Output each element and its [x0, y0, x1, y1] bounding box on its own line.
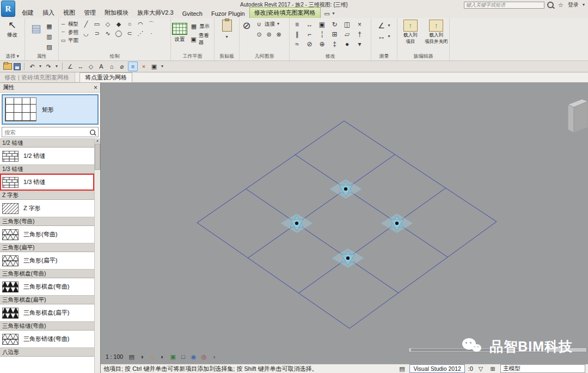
circumscribed-polygon-icon[interactable]: ◆	[113, 20, 124, 29]
tab-视图[interactable]: 视图	[59, 8, 79, 18]
redo-menu-icon[interactable]: ▾	[54, 62, 59, 71]
sign-in-button[interactable]: 登录	[568, 1, 579, 9]
tab-Gvitech[interactable]: Gvitech	[178, 9, 207, 18]
family-category-icon[interactable]: ▥	[45, 32, 54, 41]
dimension-button[interactable]: ↔ ▾	[377, 32, 391, 41]
join-button[interactable]: ∪ 连接 ▾	[255, 20, 283, 28]
trim-extend-icon[interactable]: ⌐	[303, 29, 316, 39]
mirror-icon[interactable]: ◫	[341, 20, 353, 29]
scale-button[interactable]: 1 : 100	[104, 353, 125, 360]
text-icon[interactable]: A	[97, 62, 106, 71]
select-grid-icon[interactable]: ⊞	[488, 364, 497, 373]
spline-icon[interactable]: ∿	[102, 29, 113, 38]
type-item[interactable]: 三角形(弯曲)	[0, 226, 94, 243]
inscribed-polygon-icon[interactable]: ◇	[102, 20, 113, 29]
save-icon[interactable]	[14, 63, 21, 70]
show-crop-region-icon[interactable]: □	[179, 353, 187, 361]
aligned-dimension-icon[interactable]: ↔	[76, 62, 85, 71]
move-icon[interactable]: ↔	[303, 20, 316, 29]
show-workplane-button[interactable]: ▦ 显示	[189, 22, 213, 30]
delete-icon[interactable]: ×	[353, 20, 366, 29]
tab-创建[interactable]: 创建	[17, 8, 38, 18]
open-icon[interactable]	[3, 63, 12, 70]
type-item[interactable]: Z 字形	[0, 200, 94, 217]
tab-Fuzor Plugin[interactable]: Fuzor Plugin	[207, 9, 249, 18]
viewcube[interactable]	[568, 99, 588, 133]
rectangle-icon[interactable]: ▭	[91, 20, 102, 29]
default-3d-view-icon[interactable]: ⌂	[107, 62, 116, 71]
point-element-icon[interactable]: ·	[146, 29, 157, 38]
family-types-icon[interactable]: ▦	[45, 22, 54, 30]
type-group-header[interactable]: 三角形(弯曲)	[0, 217, 94, 226]
type-item[interactable]: 1/2 错缝	[0, 148, 94, 164]
ribbon-state-caret-icon[interactable]: ▾	[332, 9, 336, 18]
close-hidden-windows-icon[interactable]: ×	[139, 62, 148, 71]
redo-icon[interactable]: ↷	[44, 62, 53, 71]
properties-button[interactable]: ▤	[30, 22, 43, 35]
join-geometry-icon[interactable]: ⊕	[316, 39, 328, 49]
drawing-area[interactable]: 1 : 100 ▤◑☼◐▣□◉◎‹ 品智BIM科技	[101, 83, 588, 364]
taskbar-window-button[interactable]: Visual Studio 2012	[409, 364, 464, 373]
load-into-project-button[interactable]: ↑ 载入到 项目	[399, 20, 422, 45]
type-item[interactable]: 三角形错缝(弯曲)	[0, 331, 94, 347]
tag-icon[interactable]: ◇	[87, 62, 95, 71]
panel-select-label[interactable]: 选择 ▾	[0, 53, 24, 60]
search-icon[interactable]	[547, 2, 554, 8]
type-group-header[interactable]: 三角形错缝(弯曲)	[0, 321, 94, 331]
type-item[interactable]: 1/3 错缝	[0, 174, 94, 191]
help-search-input[interactable]	[464, 2, 544, 9]
tangent-end-arc-icon[interactable]: ◡	[81, 29, 91, 38]
demolish-icon[interactable]: ⊚	[265, 30, 273, 39]
section-icon[interactable]: ⌀	[118, 62, 126, 71]
adaptive-point-node[interactable]	[329, 179, 362, 199]
draw-option-reference[interactable]: ┄ 参照	[60, 29, 78, 36]
type-group-header[interactable]: 三角形棋盘(扁平)	[0, 295, 94, 304]
favorites-star-icon[interactable]: ☆	[556, 1, 565, 9]
measure-button[interactable]: ∠ ▾	[377, 21, 391, 30]
tab-插入[interactable]: 插入	[38, 8, 59, 18]
type-search-input[interactable]	[2, 129, 89, 136]
design-option-select[interactable]: 主模型	[500, 364, 585, 373]
draw-option-plane[interactable]: ▭ 平面	[60, 37, 78, 44]
cope-icon[interactable]: ⊗	[274, 30, 283, 39]
type-selector[interactable]: 矩形	[2, 94, 99, 125]
center-ends-arc-icon[interactable]: ⌒	[146, 20, 157, 29]
line-icon[interactable]: ╱	[81, 20, 91, 29]
reveal-hidden-elements-icon[interactable]: ◎	[200, 353, 208, 361]
viewer-button[interactable]: ▣ 查看器	[189, 32, 213, 46]
tab-管理[interactable]: 管理	[79, 8, 100, 18]
visual-style-icon[interactable]: ◑	[138, 353, 146, 361]
start-end-radius-arc-icon[interactable]: ◠	[135, 20, 146, 29]
set-workplane-button[interactable]: 设置	[172, 20, 187, 46]
scroll-up-icon[interactable]: ▴	[95, 138, 100, 143]
match-type-icon[interactable]: ≈	[291, 39, 303, 49]
modify-button[interactable]: ↖ 修改	[1, 20, 23, 39]
thin-lines-icon[interactable]: ≡	[128, 62, 138, 71]
partial-ellipse-icon[interactable]: ⊂	[124, 29, 135, 38]
pick-lines-icon[interactable]: ⋰	[135, 29, 146, 38]
sign-in-caret-icon[interactable]: ▾	[581, 1, 586, 9]
tab-contextual-modify[interactable]: 修改|瓷砖填充图案网格	[249, 7, 321, 18]
pin-icon[interactable]: †	[353, 29, 366, 39]
undo-menu-icon[interactable]: ▾	[38, 62, 42, 71]
visibility-settings-icon[interactable]: ▨	[45, 42, 54, 51]
cut-geometry-button[interactable]: ⊘	[241, 20, 253, 32]
ellipse-icon[interactable]: ◯	[113, 29, 124, 38]
circle-icon[interactable]: ○	[124, 20, 135, 29]
adaptive-point-node[interactable]	[332, 248, 364, 268]
close-icon[interactable]: ×	[94, 84, 97, 91]
unpin-icon[interactable]: ‡	[328, 39, 341, 49]
split-icon[interactable]: ╎	[316, 29, 328, 39]
filter-icon[interactable]: ▽	[476, 364, 485, 373]
type-group-header[interactable]: 1/2 错缝	[0, 138, 94, 148]
reset-points-to-grid-button[interactable]: 将点重设为网格	[79, 72, 132, 83]
customize-qat-icon[interactable]: ▾	[160, 62, 164, 71]
paste-button[interactable]: ▾	[216, 20, 238, 41]
type-group-header[interactable]: Z 字形	[0, 191, 94, 200]
fillet-arc-icon[interactable]: ⊃	[91, 29, 102, 38]
offset-icon[interactable]: ∥	[291, 29, 303, 39]
crop-view-icon[interactable]: ▣	[169, 353, 177, 361]
revit-logo-icon[interactable]: R	[1, 1, 15, 17]
tab-附加模块[interactable]: 附加模块	[100, 8, 133, 18]
type-group-header[interactable]: 1/3 错缝	[0, 164, 94, 174]
